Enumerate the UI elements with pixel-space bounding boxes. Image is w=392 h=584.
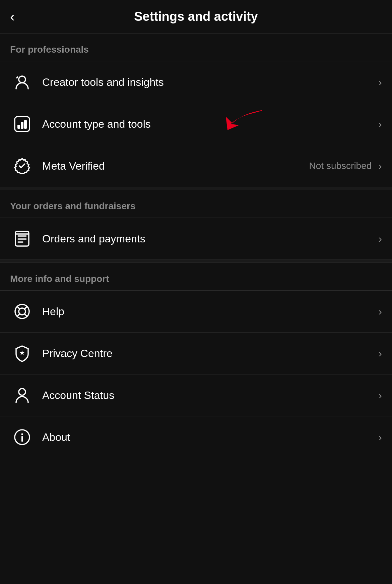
- svg-line-12: [17, 306, 20, 309]
- menu-item-orders[interactable]: Orders and payments ›: [0, 218, 392, 259]
- verified-icon: [10, 154, 34, 178]
- account-status-label: Account Status: [42, 389, 376, 402]
- page-title: Settings and activity: [134, 9, 258, 24]
- meta-verified-chevron: ›: [378, 160, 382, 172]
- menu-item-help[interactable]: Help ›: [0, 290, 392, 332]
- orders-icon: [10, 227, 34, 251]
- section-header-orders: Your orders and fundraisers: [0, 190, 392, 218]
- menu-item-creator-tools[interactable]: Creator tools and insights ›: [0, 61, 392, 103]
- creator-tools-label: Creator tools and insights: [42, 76, 376, 89]
- orders-label: Orders and payments: [42, 233, 376, 245]
- account-type-label: Account type and tools: [42, 118, 376, 130]
- menu-item-about[interactable]: About ›: [0, 416, 392, 458]
- about-icon: [10, 425, 34, 449]
- section-support: More info and support Help ›: [0, 263, 392, 458]
- section-header-professionals: For professionals: [0, 34, 392, 61]
- header: ‹ Settings and activity: [0, 0, 392, 34]
- svg-rect-4: [24, 120, 27, 129]
- meta-verified-label: Meta Verified: [42, 160, 309, 172]
- help-chevron: ›: [378, 305, 382, 318]
- meta-verified-value: Not subscribed: [309, 161, 372, 171]
- menu-item-account-type[interactable]: Account type and tools ›: [0, 103, 392, 145]
- svg-line-13: [24, 314, 27, 316]
- svg-point-16: [19, 389, 25, 395]
- menu-item-privacy[interactable]: Privacy Centre ›: [0, 332, 392, 374]
- svg-point-0: [19, 76, 25, 83]
- help-icon: [10, 299, 34, 324]
- svg-line-14: [24, 306, 27, 309]
- section-professionals: For professionals Creator tools and insi…: [0, 34, 392, 187]
- creator-tools-chevron: ›: [378, 76, 382, 89]
- menu-item-meta-verified[interactable]: Meta Verified Not subscribed ›: [0, 145, 392, 187]
- creator-icon: [10, 70, 34, 94]
- section-header-support: More info and support: [0, 263, 392, 290]
- svg-line-15: [17, 314, 20, 316]
- svg-rect-3: [21, 122, 23, 129]
- about-chevron: ›: [378, 431, 382, 444]
- chart-icon: [10, 112, 34, 136]
- section-orders: Your orders and fundraisers Orders and p…: [0, 190, 392, 259]
- privacy-chevron: ›: [378, 347, 382, 360]
- divider-2: [0, 259, 392, 263]
- account-status-chevron: ›: [378, 389, 382, 402]
- help-label: Help: [42, 305, 376, 318]
- menu-item-account-status[interactable]: Account Status ›: [0, 374, 392, 416]
- privacy-icon: [10, 341, 34, 365]
- orders-chevron: ›: [378, 233, 382, 245]
- back-button[interactable]: ‹: [10, 10, 15, 24]
- svg-rect-2: [17, 125, 20, 129]
- divider-1: [0, 187, 392, 190]
- svg-point-18: [21, 433, 23, 435]
- about-label: About: [42, 431, 376, 444]
- account-type-chevron: ›: [378, 118, 382, 130]
- account-status-icon: [10, 383, 34, 407]
- privacy-label: Privacy Centre: [42, 347, 376, 360]
